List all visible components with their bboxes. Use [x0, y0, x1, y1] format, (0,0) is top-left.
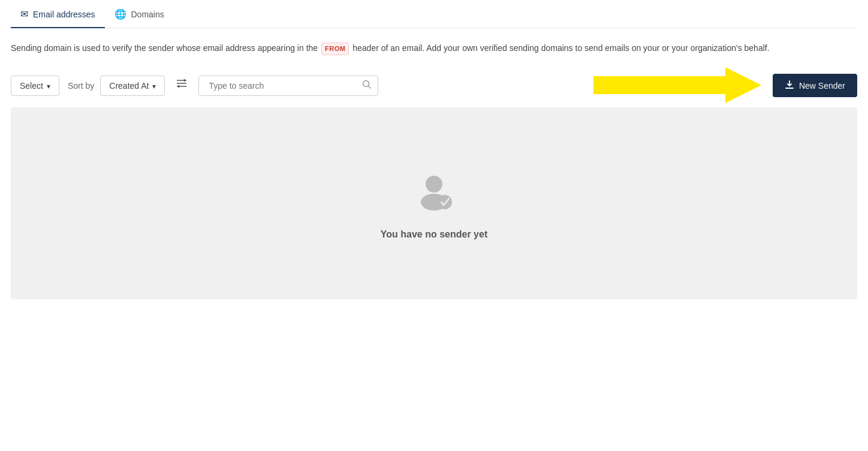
svg-point-9: [438, 195, 452, 209]
tab-domains-label: Domains: [131, 10, 164, 19]
description-after: header of an email. Add your own verifie…: [350, 43, 769, 53]
new-sender-download-icon: [785, 80, 794, 91]
select-button[interactable]: Select: [11, 76, 59, 96]
sort-field-label: Created At: [109, 81, 149, 91]
sort-chevron-icon: [152, 81, 156, 91]
new-sender-button[interactable]: New Sender: [773, 74, 857, 97]
new-sender-label: New Sender: [799, 81, 845, 91]
empty-state-icon: [410, 167, 458, 217]
svg-marker-5: [593, 67, 761, 103]
tab-email-addresses[interactable]: ✉ Email addresses: [11, 0, 105, 28]
toolbar: Select Sort by Created At: [11, 67, 857, 107]
sort-field-button[interactable]: Created At: [100, 76, 165, 96]
search-icon: [362, 80, 372, 92]
globe-icon: 🌐: [114, 8, 126, 20]
filter-sort-icon: [176, 78, 188, 93]
empty-state: You have no sender yet: [11, 107, 857, 299]
filter-sort-button[interactable]: [171, 73, 192, 98]
description-before: Sending domain is used to verify the sen…: [11, 43, 320, 53]
from-badge: FROM: [321, 43, 349, 56]
tab-email-label: Email addresses: [33, 10, 95, 19]
empty-state-message: You have no sender yet: [381, 229, 487, 240]
svg-line-4: [369, 86, 371, 88]
select-label: Select: [20, 81, 43, 91]
yellow-arrow-annotation: [593, 67, 761, 103]
select-chevron-icon: [47, 81, 50, 91]
email-icon: ✉: [20, 8, 28, 20]
svg-point-7: [426, 176, 442, 193]
page-container: ✉ Email addresses 🌐 Domains Sending doma…: [0, 0, 868, 299]
search-container: [198, 76, 378, 96]
tab-domains[interactable]: 🌐 Domains: [105, 0, 174, 28]
tabs-bar: ✉ Email addresses 🌐 Domains: [11, 0, 857, 28]
sort-by-label: Sort by: [68, 81, 94, 91]
description-text: Sending domain is used to verify the sen…: [11, 28, 838, 67]
search-input[interactable]: [205, 76, 362, 95]
